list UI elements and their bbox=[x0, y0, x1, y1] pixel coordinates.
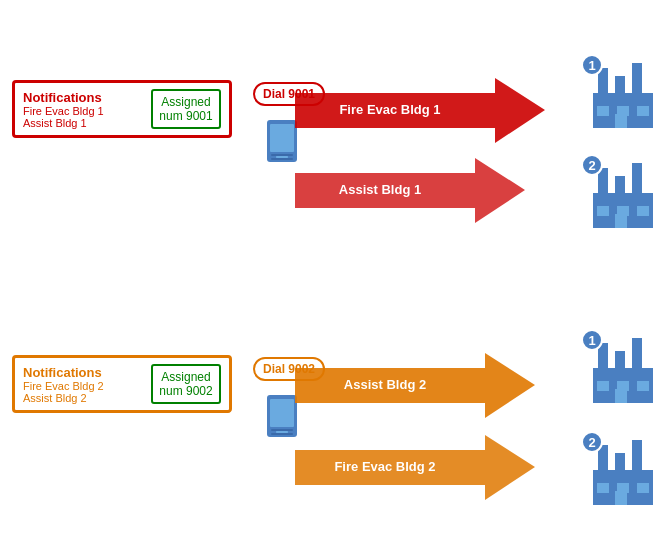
notif-title-1: Notifications bbox=[23, 90, 143, 105]
svg-rect-38 bbox=[597, 381, 609, 391]
notif-text-2: Notifications Fire Evac Bldg 2Assist Bld… bbox=[23, 365, 143, 404]
svg-rect-12 bbox=[632, 63, 642, 98]
building-1-top: 1 bbox=[583, 58, 663, 137]
notif-lines-1: Fire Evac Bldg 1Assist Bldg 1 bbox=[23, 105, 143, 129]
building-2-top: 1 bbox=[583, 333, 663, 412]
svg-rect-1 bbox=[270, 124, 294, 152]
svg-text:Assist Bldg 1: Assist Bldg 1 bbox=[339, 182, 421, 197]
svg-rect-21 bbox=[597, 206, 609, 216]
svg-rect-37 bbox=[632, 338, 642, 373]
svg-rect-46 bbox=[597, 483, 609, 493]
badge-2-2: 2 bbox=[581, 431, 603, 453]
arrow-assist-1: Assist Bldg 1 bbox=[295, 158, 525, 223]
svg-rect-19 bbox=[615, 176, 625, 198]
scenario-1: Notifications Fire Evac Bldg 1Assist Bld… bbox=[0, 20, 668, 285]
svg-rect-15 bbox=[637, 106, 649, 116]
notif-assigned-1: Assignednum 9001 bbox=[151, 89, 221, 129]
notif-assigned-2: Assignednum 9002 bbox=[151, 364, 221, 404]
notification-box-2: Notifications Fire Evac Bldg 2Assist Bld… bbox=[12, 355, 232, 413]
svg-rect-23 bbox=[637, 206, 649, 216]
svg-rect-29 bbox=[271, 433, 293, 435]
notif-lines-2: Fire Evac Bldg 2Assist Bldg 2 bbox=[23, 380, 143, 404]
badge-2-1: 1 bbox=[581, 329, 603, 351]
badge-1-1: 1 bbox=[581, 54, 603, 76]
svg-text:Fire Evac Bldg 1: Fire Evac Bldg 1 bbox=[339, 102, 440, 117]
svg-rect-26 bbox=[270, 399, 294, 427]
scenario-2: Notifications Fire Evac Bldg 2Assist Bld… bbox=[0, 295, 668, 551]
svg-rect-49 bbox=[615, 491, 627, 505]
arrow-fire-evac-2: Fire Evac Bldg 2 bbox=[295, 435, 535, 500]
svg-rect-44 bbox=[615, 453, 625, 475]
svg-rect-28 bbox=[271, 429, 293, 431]
arrow-fire-evac-1: Fire Evac Bldg 1 bbox=[295, 78, 545, 143]
svg-rect-40 bbox=[637, 381, 649, 391]
svg-rect-45 bbox=[632, 440, 642, 475]
svg-rect-48 bbox=[637, 483, 649, 493]
notification-box-1: Notifications Fire Evac Bldg 1Assist Bld… bbox=[12, 80, 232, 138]
arrow-assist-2: Assist Bldg 2 bbox=[295, 353, 535, 418]
badge-1-2: 2 bbox=[581, 154, 603, 176]
svg-rect-11 bbox=[615, 76, 625, 98]
svg-rect-24 bbox=[615, 214, 627, 228]
svg-rect-20 bbox=[632, 163, 642, 198]
svg-rect-16 bbox=[615, 114, 627, 128]
notif-text-1: Notifications Fire Evac Bldg 1Assist Bld… bbox=[23, 90, 143, 129]
svg-rect-3 bbox=[271, 154, 293, 156]
svg-text:Assist Bldg 2: Assist Bldg 2 bbox=[344, 377, 426, 392]
building-1-bottom: 2 bbox=[583, 158, 663, 237]
svg-rect-36 bbox=[615, 351, 625, 373]
svg-rect-13 bbox=[597, 106, 609, 116]
building-2-bottom: 2 bbox=[583, 435, 663, 514]
svg-rect-41 bbox=[615, 389, 627, 403]
svg-text:Fire Evac Bldg 2: Fire Evac Bldg 2 bbox=[334, 459, 435, 474]
notif-title-2: Notifications bbox=[23, 365, 143, 380]
svg-rect-4 bbox=[271, 158, 293, 160]
